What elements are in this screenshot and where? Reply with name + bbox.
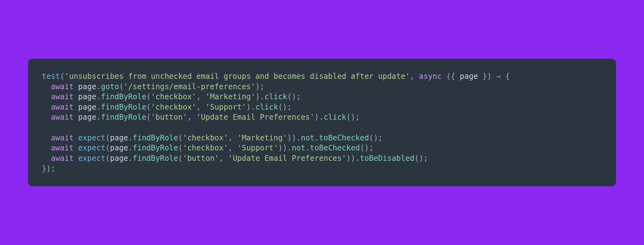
arrow: ⇒ <box>496 72 501 81</box>
fn-test: test <box>42 72 60 81</box>
kw-async: async <box>419 72 441 81</box>
code-content: test('unsubscribes from unchecked email … <box>42 71 603 174</box>
test-description: 'unsubscribes from unchecked email group… <box>64 72 410 81</box>
code-block: test('unsubscribes from unchecked email … <box>28 59 616 186</box>
param-page: page <box>460 72 478 81</box>
